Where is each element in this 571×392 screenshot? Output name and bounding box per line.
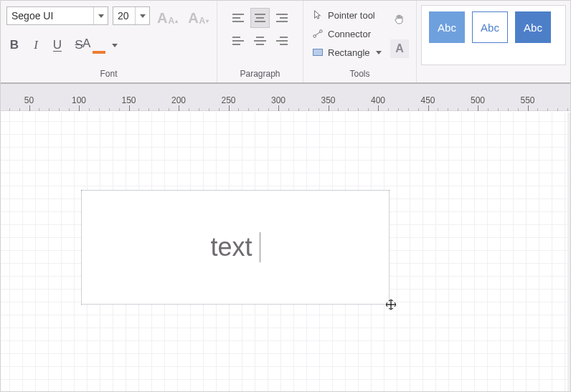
font-color-swatch-icon	[93, 51, 105, 54]
ruler-label: 500	[471, 95, 485, 105]
group-font: AA▴ AA▾ B I U S A Font	[1, 1, 217, 82]
svg-point-0	[313, 35, 316, 38]
ruler-label: 350	[321, 95, 335, 105]
style-chip-1[interactable]: Abc	[429, 11, 465, 43]
font-size-dropdown[interactable]	[135, 7, 149, 24]
ruler-label: 400	[371, 95, 385, 105]
ruler-label: 50	[24, 95, 34, 105]
ruler-label: 100	[72, 95, 86, 105]
rectangle-icon	[312, 47, 324, 58]
ruler-label: 300	[271, 95, 286, 105]
rectangle-tool-label: Rectangle	[328, 47, 370, 58]
shape-styles-gallery: Abc Abc Abc	[421, 5, 566, 65]
text-shape[interactable]: text	[81, 190, 390, 305]
ruler-label: 550	[520, 95, 534, 105]
chevron-down-icon	[376, 51, 382, 54]
ruler-label: 250	[221, 95, 235, 105]
shape-text-content[interactable]: text	[210, 232, 252, 262]
underline-button[interactable]: U	[49, 36, 65, 54]
ruler-label: 150	[121, 95, 136, 105]
group-tools: Pointer tool Connector Rectangle	[303, 1, 417, 82]
style-chip-3[interactable]: Abc	[515, 11, 551, 43]
pointer-tool-label: Pointer tool	[328, 10, 375, 21]
font-color-glyph: A	[82, 37, 90, 52]
ribbon: AA▴ AA▾ B I U S A Font	[1, 1, 570, 84]
group-label-tools: Tools	[309, 67, 410, 81]
font-name-dropdown[interactable]	[93, 7, 108, 24]
resize-cursor-icon	[386, 300, 396, 312]
pointer-icon	[312, 9, 324, 21]
bold-button[interactable]: B	[6, 36, 22, 54]
horizontal-ruler: 50100150200250300350400450500550	[1, 84, 570, 111]
align-bottom-center-button[interactable]	[250, 31, 269, 51]
svg-point-1	[320, 30, 323, 33]
hand-icon	[394, 14, 405, 25]
group-label-font: Font	[6, 67, 211, 81]
align-bottom-left-button[interactable]	[229, 31, 247, 51]
connector-tool-button[interactable]: Connector	[309, 25, 389, 42]
ruler-label: 200	[171, 95, 186, 105]
font-color-dropdown[interactable]	[110, 44, 120, 47]
align-bottom-right-button[interactable]	[273, 31, 291, 51]
font-color-button[interactable]: A	[93, 37, 120, 54]
font-size-input[interactable]	[113, 7, 135, 24]
increase-font-size-button[interactable]: AA▴	[154, 6, 181, 25]
font-name-combo[interactable]	[6, 6, 108, 25]
font-name-input[interactable]	[7, 7, 93, 24]
rectangle-dropdown[interactable]	[376, 51, 382, 54]
font-size-combo[interactable]	[113, 6, 150, 25]
connector-tool-label: Connector	[328, 29, 371, 39]
text-caret-icon	[260, 232, 260, 262]
chevron-down-icon	[112, 44, 118, 47]
ruler-label: 450	[420, 95, 435, 105]
chevron-down-icon	[98, 14, 104, 18]
group-label-paragraph: Paragraph	[223, 67, 297, 81]
pan-tool-button[interactable]	[394, 14, 405, 28]
canvas[interactable]: text	[1, 113, 570, 391]
rectangle-tool-button[interactable]: Rectangle	[309, 44, 389, 61]
group-paragraph: Paragraph	[217, 1, 303, 82]
italic-button[interactable]: I	[28, 36, 44, 54]
connector-icon	[312, 28, 324, 39]
style-chip-2[interactable]: Abc	[472, 11, 508, 43]
chevron-down-icon	[140, 14, 146, 18]
pointer-tool-button[interactable]: Pointer tool	[309, 6, 389, 24]
decrease-font-size-button[interactable]: AA▾	[185, 6, 212, 25]
align-top-right-button[interactable]	[273, 8, 291, 28]
text-tool-button[interactable]: A	[390, 39, 409, 58]
align-top-center-button[interactable]	[250, 8, 269, 28]
vertical-scrollbar[interactable]	[567, 113, 570, 391]
align-top-left-button[interactable]	[229, 8, 247, 28]
